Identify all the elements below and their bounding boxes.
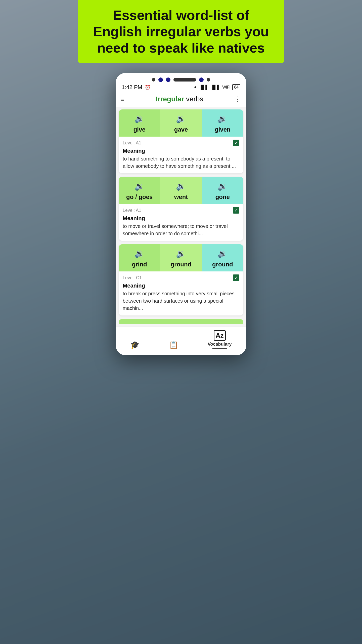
verb-card-grind: 🔉 grind 🔉 ground 🔉 ground Level: C1 ✓ Me… (119, 244, 243, 315)
verb-info-give: Level: A1 ✓ Meaning to hand something to… (119, 137, 243, 173)
meaning-label-grind: Meaning (123, 283, 239, 289)
verb-level-give: Level: A1 ✓ (123, 140, 239, 146)
signal-bars-icon: ▐▌▌ (199, 85, 209, 90)
level-text-go: Level: A1 (123, 208, 141, 213)
speaker-icon-went[interactable]: 🔉 (176, 181, 186, 191)
speaker-icon-ground-pp[interactable]: 🔉 (217, 249, 228, 258)
checkbox-give[interactable]: ✓ (233, 140, 239, 146)
app-header: ≡ Irregular verbs ⋮ (116, 93, 246, 107)
meaning-label-give: Meaning (123, 148, 239, 154)
quiz-icon: 📋 (169, 340, 178, 349)
phone-frame: 1:42 PM ⏰ ✦ ▐▌▌ ▐▌▌ WiFi 84 ≡ Irregular … (116, 73, 246, 355)
status-bar: 1:42 PM ⏰ ✦ ▐▌▌ ▐▌▌ WiFi 84 (116, 84, 246, 93)
verb-card-give: 🔉 give 🔉 gave 🔉 given Level: A1 ✓ Meanin… (119, 109, 243, 173)
verb-info-go: Level: A1 ✓ Meaning to move or travel so… (119, 204, 243, 241)
status-time: 1:42 PM ⏰ (122, 84, 150, 91)
meaning-text-grind: to break or press something into very sm… (123, 290, 239, 312)
verb-info-grind: Level: C1 ✓ Meaning to break or press so… (119, 271, 243, 315)
nav-item-quiz[interactable]: 📋 (164, 339, 183, 350)
learn-icon: 🎓 (130, 340, 140, 349)
vocabulary-label: Vocabulary (208, 342, 232, 347)
menu-icon[interactable]: ≡ (121, 95, 124, 103)
vocabulary-icon: Az (214, 330, 226, 341)
verb-level-go: Level: A1 ✓ (123, 207, 239, 214)
battery-level: 84 (232, 84, 240, 90)
verb-base-go[interactable]: 🔉 go / goes (119, 177, 160, 204)
signal-bars2-icon: ▐▌▌ (211, 85, 220, 90)
checkbox-go[interactable]: ✓ (233, 207, 239, 214)
verb-card-go: 🔉 go / goes 🔉 went 🔉 gone Level: A1 ✓ Me… (119, 177, 243, 241)
bluetooth-icon: ✦ (193, 85, 197, 90)
alarm-icon: ⏰ (145, 85, 150, 90)
level-text-give: Level: A1 (123, 140, 141, 146)
meaning-text-go: to move or travel somewhere; to move or … (123, 223, 239, 237)
verb-forms-grind: 🔉 grind 🔉 ground 🔉 ground (119, 244, 243, 271)
verb-word-grind: grind (132, 261, 147, 268)
verb-word-go: go / goes (126, 193, 153, 200)
status-icons: ✦ ▐▌▌ ▐▌▌ WiFi 84 (193, 84, 240, 90)
verb-past-went[interactable]: 🔉 went (160, 177, 202, 204)
verb-pp-given[interactable]: 🔉 given (202, 109, 243, 137)
verb-word-ground-past: ground (171, 261, 192, 268)
notch-dot-3 (166, 77, 170, 82)
speaker-icon-give[interactable]: 🔉 (134, 114, 145, 124)
speaker-icon-go[interactable]: 🔉 (134, 181, 145, 191)
more-options-icon[interactable]: ⋮ (234, 95, 241, 103)
verb-word-give: give (133, 126, 146, 133)
verb-forms-go: 🔉 go / goes 🔉 went 🔉 gone (119, 177, 243, 204)
active-nav-underline (212, 348, 227, 349)
verb-base-grind[interactable]: 🔉 grind (119, 244, 160, 271)
notch-dot-2 (158, 77, 163, 82)
verb-base-give[interactable]: 🔉 give (119, 109, 160, 137)
title-verbs: verbs (184, 95, 203, 103)
speaker-icon-given[interactable]: 🔉 (217, 114, 228, 124)
verb-past-gave[interactable]: 🔉 gave (160, 109, 202, 137)
verb-level-grind: Level: C1 ✓ (123, 274, 239, 281)
verb-word-gave: gave (174, 126, 188, 133)
bottom-navigation: 🎓 📋 Az Vocabulary (116, 327, 246, 355)
nav-item-learn[interactable]: 🎓 (125, 339, 145, 350)
title-irregular: Irregular (156, 95, 184, 103)
wifi-icon: WiFi (222, 85, 230, 90)
verb-past-ground[interactable]: 🔉 ground (160, 244, 202, 271)
partial-next-card (119, 319, 243, 324)
app-content: 🔉 give 🔉 gave 🔉 given Level: A1 ✓ Meanin… (116, 107, 246, 327)
promo-banner: Essential word-list of English irregular… (78, 0, 284, 63)
level-text-grind: Level: C1 (123, 275, 142, 280)
verb-forms-give: 🔉 give 🔉 gave 🔉 given (119, 109, 243, 137)
meaning-label-go: Meaning (123, 215, 239, 222)
verb-word-gone: gone (215, 193, 230, 200)
verb-pp-ground[interactable]: 🔉 ground (202, 244, 243, 271)
phone-notch (116, 73, 246, 84)
verb-word-given: given (215, 126, 231, 133)
time-display: 1:42 PM (122, 84, 142, 91)
checkbox-grind[interactable]: ✓ (233, 274, 239, 281)
verb-pp-gone[interactable]: 🔉 gone (202, 177, 243, 204)
speaker-icon-gone[interactable]: 🔉 (217, 181, 228, 191)
notch-dot-5 (207, 78, 210, 82)
notch-dot-4 (199, 77, 204, 82)
nav-item-vocabulary[interactable]: Az Vocabulary (203, 329, 237, 350)
notch-pill (173, 78, 196, 82)
notch-dot-1 (152, 78, 155, 82)
verb-word-went: went (174, 193, 188, 200)
banner-text: Essential word-list of English irregular… (88, 7, 274, 56)
speaker-icon-ground-past[interactable]: 🔉 (176, 249, 186, 258)
verb-word-ground-pp: ground (212, 261, 233, 268)
app-title: Irregular verbs (156, 95, 203, 103)
meaning-text-give: to hand something to somebody as a prese… (123, 155, 239, 170)
speaker-icon-grind[interactable]: 🔉 (134, 249, 145, 258)
speaker-icon-gave[interactable]: 🔉 (176, 114, 186, 124)
